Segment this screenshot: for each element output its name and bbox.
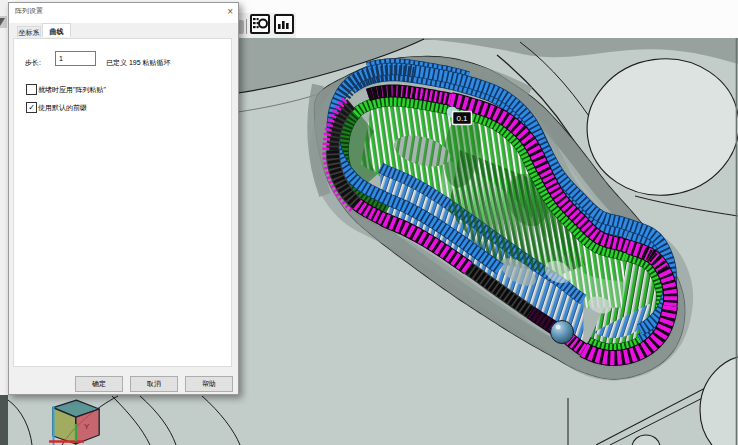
- svg-text:Y: Y: [84, 422, 90, 431]
- svg-text:0.1: 0.1: [456, 114, 468, 123]
